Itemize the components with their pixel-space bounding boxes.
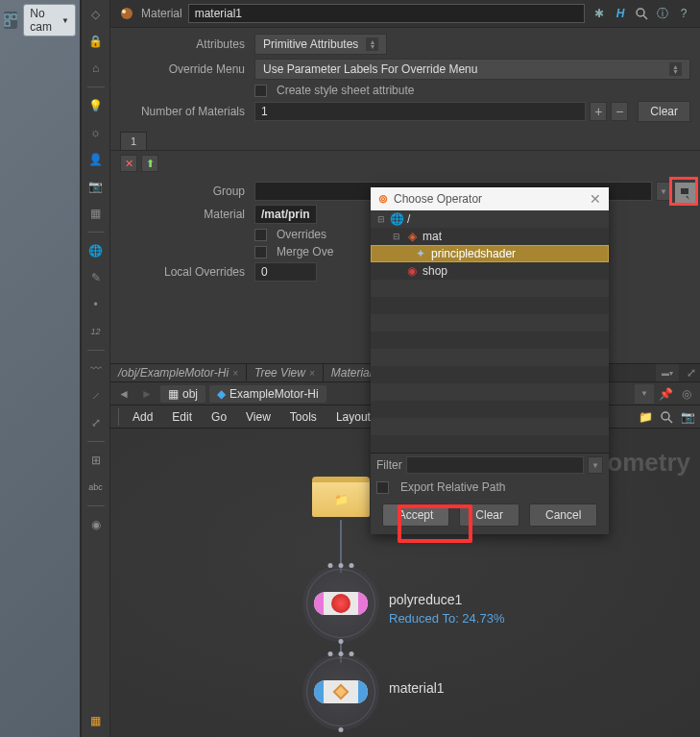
tree-shader[interactable]: principledshader — [431, 247, 516, 260]
tree-root[interactable]: / — [407, 212, 410, 226]
vertical-toolbar: ◇ 🔒 ⌂ 💡 ☼ 👤 📷 ▦ 🌐 ✎ • 12 〰 ⟋ ⤢ ⊞ abc ◉ ▦ — [82, 0, 110, 737]
material-label: Material — [120, 208, 254, 221]
tab-menu-icon[interactable]: ▬▾ — [656, 364, 679, 381]
shop-network-icon: ◉ — [405, 264, 419, 278]
tab-network[interactable]: /obj/ExampleMotor-Hi× — [110, 364, 247, 381]
tool-lock-icon[interactable]: 🔒 — [85, 31, 107, 52]
choose-operator-dialog: ⊚ Choose Operator ✕ ⊟ 🌐 / ⊟ ◈ mat ✦ prin… — [371, 187, 609, 534]
material-path-field[interactable] — [254, 205, 317, 224]
viewport-layout-icon[interactable] — [4, 12, 17, 29]
expand-icon[interactable]: ⤢ — [683, 364, 700, 381]
overrides-checkbox[interactable] — [254, 229, 267, 241]
override-dropdown[interactable]: Use Parameter Labels For Override Menu ▲… — [254, 59, 690, 80]
tool-person-icon[interactable]: 👤 — [85, 149, 107, 170]
tool-camera-icon[interactable]: 📷 — [85, 176, 107, 197]
camera-dropdown[interactable]: No cam ▼ — [23, 4, 76, 37]
collapse-icon[interactable]: ⊟ — [376, 214, 386, 224]
group-dropdown-icon[interactable]: ▼ — [656, 182, 671, 201]
path-dropdown-icon[interactable]: ▼ — [635, 384, 654, 404]
menu-view[interactable]: View — [236, 407, 280, 427]
minus-button[interactable]: − — [611, 102, 628, 121]
tool-twelve-icon[interactable]: 12 — [85, 321, 107, 342]
local-overrides-field[interactable] — [254, 262, 317, 282]
menu-edit[interactable]: Edit — [162, 407, 202, 427]
attributes-dropdown[interactable]: Primitive Attributes ▲▼ — [254, 34, 387, 55]
tool-home-icon[interactable]: ⌂ — [85, 58, 107, 79]
tool-point-icon[interactable]: • — [85, 294, 107, 315]
close-icon[interactable]: ✕ — [590, 191, 601, 207]
remove-button[interactable]: ✕ — [120, 155, 137, 172]
path-node[interactable]: ◆ ExampleMotor-Hi — [209, 385, 326, 403]
group-label: Group — [120, 184, 254, 198]
menu-add[interactable]: Add — [123, 407, 162, 427]
pin-icon[interactable]: 📌 — [656, 384, 675, 404]
material-tab-1[interactable]: 1 — [120, 132, 147, 150]
search-icon[interactable] — [633, 5, 650, 22]
clear-button[interactable]: Clear — [459, 504, 519, 527]
script-icon[interactable]: H — [612, 5, 629, 22]
plus-button[interactable]: + — [590, 102, 607, 121]
tool-expand-icon[interactable]: ⤢ — [85, 412, 107, 433]
material-node[interactable]: material1 — [302, 653, 379, 730]
tool-grid-icon[interactable]: ⊞ — [85, 450, 107, 471]
geo-icon: ◆ — [217, 387, 226, 401]
search-icon[interactable] — [658, 408, 675, 426]
tree-shop[interactable]: shop — [422, 264, 447, 278]
globe-icon: 🌐 — [390, 212, 403, 226]
menu-go[interactable]: Go — [202, 407, 236, 427]
cancel-button[interactable]: Cancel — [529, 504, 597, 527]
tool-light-icon[interactable]: 💡 — [85, 95, 107, 116]
operator-tree[interactable]: ⊟ 🌐 / ⊟ ◈ mat ✦ principledshader ◉ shop — [371, 210, 609, 453]
tab-tree-view[interactable]: Tree View× — [247, 364, 324, 381]
tool-box-icon[interactable]: ▦ — [85, 203, 107, 224]
close-icon[interactable]: × — [232, 368, 238, 379]
updown-icon: ▲▼ — [366, 37, 378, 51]
polyreduce-node[interactable]: polyreduce1 Reduced To: 24.73% — [302, 565, 379, 642]
create-style-checkbox[interactable] — [254, 85, 267, 97]
camera-label: No cam — [30, 7, 60, 34]
filter-field[interactable] — [406, 456, 584, 474]
operator-picker-button[interactable] — [675, 183, 696, 204]
updown-icon: ▲▼ — [669, 62, 682, 76]
folder-icon[interactable]: 📁 — [637, 408, 654, 426]
forward-icon[interactable]: ► — [137, 384, 157, 404]
tool-sun-icon[interactable]: ☼ — [85, 122, 107, 143]
svg-line-6 — [643, 15, 647, 19]
back-icon[interactable]: ◄ — [114, 384, 133, 404]
target-icon[interactable]: ◎ — [677, 384, 696, 404]
node-name-field[interactable] — [188, 4, 585, 23]
help-icon[interactable]: ? — [675, 5, 692, 22]
path-obj[interactable]: ▦ obj — [160, 385, 205, 403]
filter-dropdown-icon[interactable]: ▼ — [588, 456, 603, 474]
node-label: polyreduce1 — [389, 592, 462, 607]
subnet-input-node[interactable]: 📁 — [312, 477, 370, 517]
tool-brush-icon[interactable]: ✎ — [85, 267, 107, 288]
num-materials-field[interactable] — [254, 102, 586, 121]
tool-earth-icon[interactable]: 🌐 — [85, 240, 107, 261]
tool-circle-icon[interactable]: ◉ — [85, 514, 107, 535]
viewport-panel: No cam ▼ — [0, 0, 82, 737]
clear-button[interactable]: Clear — [638, 101, 690, 122]
tool-curve-icon[interactable]: 〰 — [85, 358, 107, 380]
tool-select-icon[interactable]: ◇ — [85, 4, 107, 25]
info-icon[interactable]: ⓘ — [654, 5, 671, 22]
separator — [87, 86, 105, 87]
accept-button[interactable]: Accept — [382, 504, 450, 527]
tree-mat[interactable]: mat — [422, 230, 442, 243]
menu-tools[interactable]: Tools — [280, 407, 326, 427]
network-icon: ▦ — [168, 387, 179, 401]
close-icon[interactable]: × — [309, 368, 315, 379]
attributes-label: Attributes — [120, 37, 254, 51]
tool-abc-icon[interactable]: abc — [85, 477, 107, 498]
create-style-label: Create style sheet attribute — [277, 84, 414, 97]
svg-point-8 — [662, 412, 669, 420]
merge-checkbox[interactable] — [254, 246, 267, 258]
tool-app-icon[interactable]: ▦ — [85, 710, 107, 731]
add-button[interactable]: ⬆ — [141, 155, 158, 172]
camera-icon[interactable]: 📷 — [679, 408, 696, 426]
export-relative-checkbox[interactable] — [376, 481, 389, 494]
tool-angle-icon[interactable]: ⟋ — [85, 385, 107, 406]
collapse-icon[interactable]: ⊟ — [392, 232, 401, 241]
dialog-titlebar[interactable]: ⊚ Choose Operator ✕ — [371, 187, 609, 210]
gear-icon[interactable]: ✱ — [591, 5, 608, 22]
